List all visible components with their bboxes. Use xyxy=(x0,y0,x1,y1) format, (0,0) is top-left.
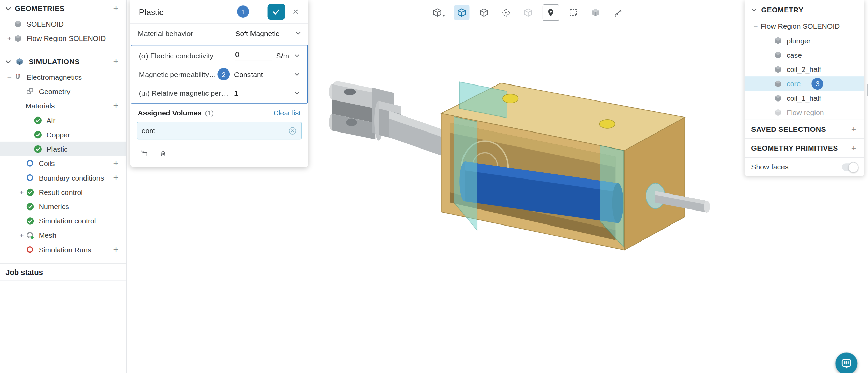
solid-cube-button[interactable] xyxy=(588,5,603,20)
view-cube-dropdown-icon xyxy=(433,8,446,18)
sidebar-item-label: Numerics xyxy=(39,202,69,211)
check-circle-icon xyxy=(26,188,34,197)
chevron-down-icon xyxy=(294,54,300,57)
saved-selections-label: SAVED SELECTIONS xyxy=(751,125,826,133)
tree-item-label: coil_1_half xyxy=(787,94,821,102)
assigned-volume-chip-label: core xyxy=(142,126,288,135)
solid-cube-icon xyxy=(773,36,782,45)
electric-conductivity-row: (σ) Electric conductivity 0 S/m xyxy=(131,46,307,65)
sidebar-item-label: Copper xyxy=(46,130,70,139)
perspective-view-button[interactable] xyxy=(476,5,491,20)
probe-point-icon xyxy=(546,8,556,18)
add-boundary-condition-button[interactable]: + xyxy=(113,173,118,183)
tree-item-flow-region[interactable]: Flow region xyxy=(745,105,864,120)
isometric-cube-icon xyxy=(457,8,467,18)
confirm-button[interactable] xyxy=(268,4,285,20)
sidebar: GEOMETRIES + SOLENOID + Flow Region SOLE… xyxy=(0,0,127,373)
show-faces-row: Show faces xyxy=(745,157,864,176)
tree-item-plunger[interactable]: plunger xyxy=(745,33,864,47)
add-simulation-button[interactable]: + xyxy=(113,57,118,66)
remove-assignment-button[interactable] xyxy=(288,126,296,135)
tree-item-label: Flow Region SOLENOID xyxy=(761,22,840,30)
delete-button[interactable] xyxy=(155,146,170,160)
isometric-view-button[interactable] xyxy=(454,5,469,20)
view-orientation-button[interactable] xyxy=(432,5,447,20)
geometry-primitives-section[interactable]: GEOMETRY PRIMITIVES + xyxy=(745,138,864,157)
add-saved-selection-button[interactable]: + xyxy=(851,124,856,134)
chevron-down-icon xyxy=(294,91,300,95)
collapse-icon[interactable]: − xyxy=(752,22,760,30)
sidebar-item-geometry[interactable]: Geometry xyxy=(0,84,126,98)
chat-launcher-button[interactable] xyxy=(835,353,857,373)
sidebar-item-boundary-conditions[interactable]: Boundary conditions + xyxy=(0,170,126,185)
move-tool-button[interactable] xyxy=(498,5,514,20)
tree-item-label: case xyxy=(787,51,802,59)
chat-icon xyxy=(841,358,852,369)
circle-outline-icon xyxy=(26,173,34,182)
collapse-icon[interactable]: − xyxy=(5,73,13,80)
chevron-down-icon xyxy=(751,7,757,11)
tree-item-case[interactable]: case xyxy=(745,48,864,62)
assigned-volume-chip[interactable]: core xyxy=(137,122,302,139)
sidebar-item-mesh[interactable]: + Mesh xyxy=(0,228,126,242)
check-icon xyxy=(272,7,281,16)
job-status-label: Job status xyxy=(5,268,43,276)
sidebar-section-simulations[interactable]: SIMULATIONS + xyxy=(0,53,126,70)
show-faces-toggle[interactable] xyxy=(842,163,857,171)
scene-tree-panel: GEOMETRY − Flow Region SOLENOID plunger … xyxy=(745,0,864,176)
relative-permeability-select[interactable]: 1 xyxy=(234,89,300,97)
electric-conductivity-input[interactable]: 0 xyxy=(235,50,272,60)
sidebar-item-plastic[interactable]: Plastic xyxy=(0,142,126,156)
sidebar-item-numerics[interactable]: Numerics xyxy=(0,199,126,214)
tutorial-step-badge-1: 1 xyxy=(237,5,249,18)
sidebar-item-solenoid[interactable]: SOLENOID xyxy=(0,17,126,31)
saved-selections-section[interactable]: SAVED SELECTIONS + xyxy=(745,120,864,138)
add-material-button[interactable]: + xyxy=(113,101,118,111)
permeability-type-select[interactable]: Constant xyxy=(234,70,300,78)
sidebar-item-materials[interactable]: Materials + xyxy=(0,98,126,113)
sidebar-item-flow-region-solenoid[interactable]: + Flow Region SOLENOID xyxy=(0,31,126,45)
box-select-button[interactable] xyxy=(566,5,581,20)
add-assignment-button[interactable] xyxy=(137,146,151,160)
top-hole xyxy=(599,120,615,128)
conductivity-unit-select[interactable]: S/m xyxy=(276,51,300,59)
check-circle-icon xyxy=(26,216,34,225)
add-geometry-primitive-button[interactable]: + xyxy=(851,143,856,153)
material-behavior-select[interactable]: Soft Magnetic xyxy=(235,29,301,37)
circle-outline-icon xyxy=(26,245,34,254)
probe-point-button[interactable] xyxy=(543,4,559,21)
sidebar-item-label: Coils xyxy=(39,159,55,167)
expand-icon[interactable]: + xyxy=(5,35,13,42)
sidebar-item-simulation-runs[interactable]: Simulation Runs + xyxy=(0,242,126,257)
expand-icon[interactable]: + xyxy=(18,232,26,239)
tree-item-core[interactable]: core 3 xyxy=(745,76,864,91)
tree-item-flow-region-solenoid[interactable]: − Flow Region SOLENOID xyxy=(745,19,864,33)
sidebar-item-electromagnetics[interactable]: − Electromagnetics xyxy=(0,70,126,84)
expand-icon[interactable]: + xyxy=(18,188,26,196)
job-status-bar[interactable]: Job status xyxy=(0,263,126,281)
tree-item-coil-1-half[interactable]: coil_1_half xyxy=(745,91,864,105)
geometry-section-header[interactable]: GEOMETRY xyxy=(745,0,864,19)
add-geometry-button[interactable]: + xyxy=(113,3,118,13)
sidebar-section-geometries[interactable]: GEOMETRIES + xyxy=(0,0,126,17)
measure-tool-button[interactable] xyxy=(610,5,625,20)
add-coil-button[interactable]: + xyxy=(113,158,118,168)
ghost-cube-button[interactable] xyxy=(520,5,536,20)
check-circle-icon xyxy=(33,115,42,124)
chevron-down-icon xyxy=(295,32,301,35)
sidebar-item-copper[interactable]: Copper xyxy=(0,127,126,142)
trash-icon xyxy=(159,149,167,158)
sidebar-item-result-control[interactable]: + Result control xyxy=(0,185,126,199)
material-behavior-row: Material behavior Soft Magnetic xyxy=(130,24,308,43)
add-simulation-run-button[interactable]: + xyxy=(113,245,118,254)
close-button[interactable] xyxy=(290,5,302,18)
clear-list-link[interactable]: Clear list xyxy=(274,109,301,117)
chevron-down-icon xyxy=(294,73,300,76)
solid-cube-icon xyxy=(773,50,782,59)
sidebar-item-air[interactable]: Air xyxy=(0,113,126,127)
app-root: GEOMETRIES + SOLENOID + Flow Region SOLE… xyxy=(0,0,868,373)
show-faces-label: Show faces xyxy=(751,163,788,171)
tree-item-coil-2-half[interactable]: coil_2_half xyxy=(745,62,864,76)
sidebar-item-coils[interactable]: Coils + xyxy=(0,156,126,170)
sidebar-item-simulation-control[interactable]: Simulation control xyxy=(0,214,126,228)
